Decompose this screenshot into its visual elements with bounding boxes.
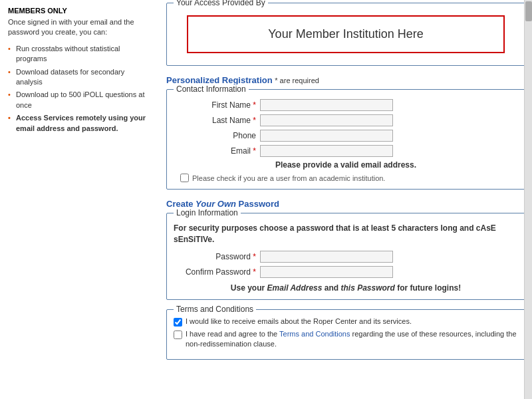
use-email-note: Use your Email Address and this Password… — [174, 283, 518, 293]
terms-conditions-box: Terms and Conditions I would like to rec… — [166, 309, 525, 360]
email-label: Email * — [174, 146, 260, 156]
password-label: Password * — [174, 252, 260, 261]
list-item: Access Services remotely using your emai… — [8, 112, 152, 134]
academic-checkbox[interactable] — [180, 174, 189, 182]
scrollbar-thumb[interactable] — [525, 1, 532, 21]
sidebar: MEMBERS ONLY Once signed in with your em… — [0, 0, 160, 366]
terms-checkbox2[interactable] — [174, 331, 182, 339]
access-section: Your Access Provided By Your Member Inst… — [166, 3, 525, 66]
terms-conditions-link[interactable]: Terms and Conditions — [279, 330, 350, 338]
contact-info-box: Contact Information First Name * Last Na… — [166, 89, 525, 190]
security-note: For security purposes choose a password … — [174, 223, 518, 245]
scrollbar[interactable] — [524, 0, 532, 399]
terms-checkbox1-row: I would like to receive emails about the… — [174, 317, 518, 327]
list-item: Download datasets for secondary analysis — [8, 66, 152, 88]
terms-checkbox2-row: I have read and agree to the Terms and C… — [174, 329, 518, 350]
list-item: Run crosstabs without statistical progra… — [8, 43, 152, 65]
login-info-box: Login Information For security purposes … — [166, 213, 525, 300]
phone-input[interactable] — [260, 130, 393, 142]
terms-checkbox1-label: I would like to receive emails about the… — [186, 317, 412, 327]
personalized-registration-heading: Personalized Registration * are required — [166, 75, 525, 85]
login-info-legend: Login Information — [174, 208, 241, 217]
first-name-label: First Name * — [174, 100, 260, 110]
confirm-password-input[interactable] — [260, 266, 393, 278]
confirm-password-row: Confirm Password * — [174, 266, 518, 278]
phone-row: Phone — [174, 130, 518, 142]
password-row: Password * — [174, 251, 518, 263]
last-name-input[interactable] — [260, 114, 393, 126]
personalized-reg-label: Personalized Registration — [166, 75, 273, 85]
confirm-password-label: Confirm Password * — [174, 267, 260, 277]
email-row: Email * — [174, 145, 518, 157]
password-input[interactable] — [260, 251, 393, 263]
academic-checkbox-row: Please check if you are a user from an a… — [174, 174, 518, 182]
contact-info-legend: Contact Information — [174, 84, 249, 94]
terms-legend: Terms and Conditions — [174, 305, 256, 314]
terms-checkbox2-label: I have read and agree to the Terms and C… — [186, 329, 518, 350]
first-name-row: First Name * — [174, 99, 518, 111]
create-password-heading: Create Your Own Password — [166, 199, 525, 209]
access-section-legend: Your Access Provided By — [174, 0, 268, 7]
last-name-row: Last Name * — [174, 114, 518, 126]
email-input[interactable] — [260, 145, 393, 157]
sidebar-title: MEMBERS ONLY — [8, 7, 152, 15]
first-name-input[interactable] — [260, 99, 393, 111]
sidebar-list: Run crosstabs without statistical progra… — [8, 43, 152, 134]
terms-checkbox1[interactable] — [174, 318, 182, 327]
email-notice: Please provide a valid email address. — [174, 160, 518, 170]
phone-label: Phone — [174, 131, 260, 140]
sidebar-intro: Once signed in with your email and the p… — [8, 17, 152, 38]
last-name-label: Last Name * — [174, 116, 260, 125]
institution-name: Your Member Institution Here — [187, 15, 505, 53]
list-item: Download up to 500 iPOLL questions at on… — [8, 89, 152, 111]
main-content: Your Access Provided By Your Member Inst… — [160, 0, 532, 366]
required-label: * are required — [275, 76, 319, 84]
academic-checkbox-label: Please check if you are a user from an a… — [192, 174, 385, 182]
